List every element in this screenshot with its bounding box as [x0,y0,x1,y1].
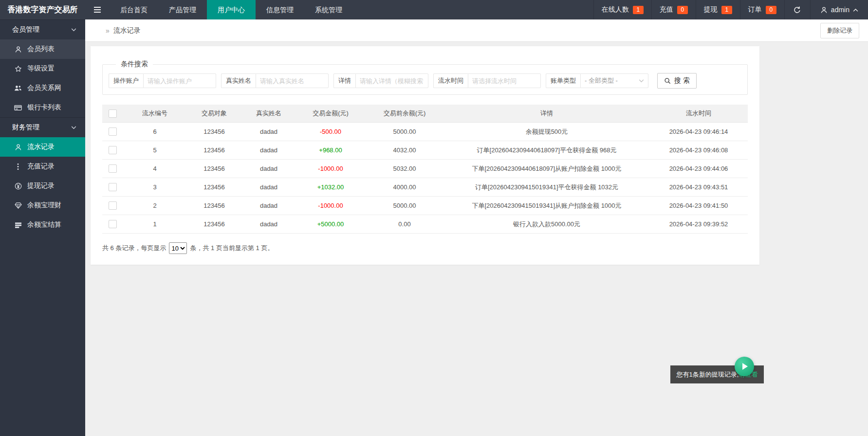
sidebar-item-level-settings[interactable]: 等级设置 [0,59,85,78]
status-orders[interactable]: 订单0 [740,0,784,19]
cell-target: 123456 [187,178,241,197]
filter-label-real-name: 真实姓名 [221,73,256,88]
cell-name: dadad [241,123,296,141]
filter-flow-time: 流水时间 [433,73,541,88]
row-checkbox[interactable] [109,183,117,191]
notification-audio-button[interactable] [735,357,754,376]
header: 香港数字资产交易所 后台首页产品管理用户中心信息管理系统管理 在线人数1充值0提… [0,0,868,19]
cell-target: 123456 [187,160,241,178]
filter-input-detail[interactable] [355,73,428,88]
nav-item-home[interactable]: 后台首页 [110,0,158,19]
sidebar-item-label: 余额宝结算 [27,220,61,229]
cell-detail: 订单[2026042309415019341]平仓获得金额 1032元 [444,178,649,197]
delete-records-button[interactable]: 删除记录 [820,23,859,38]
cell-balance: 5000.00 [365,123,444,141]
cell-target: 123456 [187,215,241,234]
bill-type-select[interactable]: - 全部类型 - [580,73,648,88]
cell-id: 6 [123,123,187,141]
status-label: 提现 [704,5,718,14]
sidebar-item-bank-cards[interactable]: 银行卡列表 [0,98,85,117]
breadcrumb: » 流水记录 [85,26,141,35]
chevron-up-icon [853,8,858,12]
star-icon [14,65,22,73]
row-checkbox[interactable] [109,146,117,154]
row-checkbox[interactable] [109,220,117,228]
row-checkbox[interactable] [109,201,117,210]
count-badge: 1 [721,6,732,14]
cell-detail: 下单[2026042309415019341]从账户扣除金额 1000元 [444,197,649,215]
col-header: 交易金额(元) [296,105,365,123]
person-icon [14,144,22,151]
cell-time: 2026-04-23 09:39:52 [649,215,748,234]
search-button[interactable]: 搜 索 [657,73,697,89]
cell-balance: 5000.00 [365,197,444,215]
col-header: 流水时间 [649,105,748,123]
cell-id: 2 [123,197,187,215]
status-withdraw[interactable]: 提现1 [696,0,740,19]
table-row: 5123456dadad+968.004032.00订单[20260423094… [102,141,748,160]
header-status: 在线人数1充值0提现1订单0 [593,0,784,19]
cell-target: 123456 [187,123,241,141]
search-icon [664,77,671,84]
nav-item-products[interactable]: 产品管理 [158,0,207,19]
table-row: 6123456dadad-500.005000.00余额提现500元2026-0… [102,123,748,141]
cell-time: 2026-04-23 09:41:50 [649,197,748,215]
filter-bill-type: 账单类型 - 全部类型 - [546,73,648,88]
cell-balance: 4032.00 [365,141,444,160]
cell-amount: +5000.00 [296,215,365,234]
bill-type-value: - 全部类型 - [585,76,618,85]
sidebar-item-member-list[interactable]: 会员列表 [0,39,85,59]
select-all-checkbox[interactable] [109,109,117,118]
filter-input-operator-account[interactable] [143,73,216,88]
status-online[interactable]: 在线人数1 [593,0,651,19]
sidebar-group-finance[interactable]: 财务管理 [0,117,85,137]
records-table: 流水编号交易对象真实姓名交易金额(元)交易前余额(元)详情流水时间 612345… [102,105,748,234]
nav-item-info[interactable]: 信息管理 [256,0,304,19]
cell-amount: -500.00 [296,123,365,141]
search-button-label: 搜 索 [674,76,690,85]
col-header: 真实姓名 [241,105,296,123]
cell-id: 3 [123,178,187,197]
yen-icon [14,182,22,190]
nav-item-user-center[interactable]: 用户中心 [207,0,256,19]
status-label: 在线人数 [602,5,629,14]
cell-id: 1 [123,215,187,234]
cell-amount: +968.00 [296,141,365,160]
col-header: 交易对象 [187,105,241,123]
admin-menu[interactable]: admin [810,0,868,19]
cell-name: dadad [241,215,296,234]
sidebar-item-withdraw-records[interactable]: 提现记录 [0,176,85,196]
bank-card-icon [14,105,22,111]
row-checkbox[interactable] [109,127,117,136]
sidebar-item-label: 银行卡列表 [27,103,61,112]
filters-row: 操作账户真实姓名详情流水时间 账单类型 - 全部类型 - 搜 索 [109,73,741,89]
cell-name: dadad [241,197,296,215]
cell-amount: -1000.00 [296,197,365,215]
sidebar-item-yuebao-invest[interactable]: 余额宝理财 [0,196,85,215]
sidebar-item-member-network[interactable]: 会员关系网 [0,78,85,98]
search-legend: 条件搜索 [116,60,153,69]
sidebar-group-members[interactable]: 会员管理 [0,19,85,39]
status-label: 充值 [660,5,673,14]
table-body: 6123456dadad-500.005000.00余额提现500元2026-0… [102,123,748,234]
cell-name: dadad [241,178,296,197]
filter-input-flow-time[interactable] [468,73,541,88]
sidebar-item-recharge-records[interactable]: 充值记录 [0,157,85,176]
nav-item-system[interactable]: 系统管理 [304,0,353,19]
sidebar-item-yuebao-settle[interactable]: 余额宝结算 [0,215,85,235]
row-checkbox[interactable] [109,164,117,173]
content-card: 条件搜索 操作账户真实姓名详情流水时间 账单类型 - 全部类型 - 搜 索 [91,46,759,265]
sidebar-item-flow-records[interactable]: 流水记录 [0,137,85,157]
cell-target: 123456 [187,141,241,160]
status-recharge[interactable]: 充值0 [651,0,696,19]
table-row: 4123456dadad-1000.005032.00下单[2026042309… [102,160,748,178]
refresh-icon[interactable] [784,0,810,19]
filter-label-bill-type: 账单类型 [546,73,580,88]
filter-label-flow-time: 流水时间 [433,73,468,88]
hamburger-icon[interactable] [85,0,110,19]
cell-time: 2026-04-23 09:46:08 [649,141,748,160]
pagination-suffix: 条，共 1 页当前显示第 1 页。 [190,244,274,253]
filter-input-real-name[interactable] [256,73,329,88]
gem-icon [14,202,22,209]
per-page-select[interactable]: 10 [169,242,187,254]
